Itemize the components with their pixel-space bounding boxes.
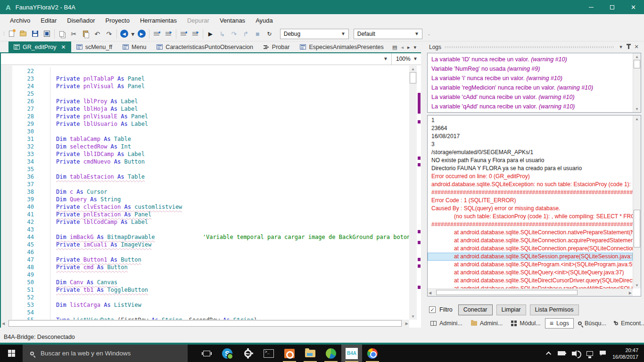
zoom-select[interactable]: 100% ▼ xyxy=(392,53,421,65)
tab-CaracteristicasPuntoObservacion[interactable]: CaracteristicasPuntoObservacion xyxy=(151,41,258,52)
cut-button[interactable]: ✂ xyxy=(68,28,80,40)
log-row[interactable]: at android.database.sqlite.SQLiteQuery.<… xyxy=(428,269,633,277)
log-row[interactable]: at android.database.sqlite.SQLiteConnect… xyxy=(428,245,633,253)
log-row[interactable]: Caused By : SQL(query) error or missing … xyxy=(428,205,633,213)
skype-button[interactable]: S xyxy=(217,345,238,362)
code-line[interactable]: 46 xyxy=(1,248,409,256)
outlook-button[interactable] xyxy=(279,345,300,362)
tab-scMenu_ff[interactable]: scMenu_ff xyxy=(71,41,117,52)
panel-tab-logs[interactable]: ≡Logs xyxy=(545,318,574,329)
code-line[interactable]: 33Private lblIDCamp As Label xyxy=(1,150,409,158)
navigate-forward-button[interactable]: ▶ xyxy=(136,28,148,40)
settings-button[interactable] xyxy=(238,345,258,362)
tab-EspeciesAnimalesPresentes[interactable]: EspeciesAnimalesPresentes xyxy=(295,41,388,52)
code-line[interactable]: 53Dim listCarga As ListView xyxy=(1,301,409,309)
warning-row[interactable]: Variable 'NumReg' no usada (warning #9) xyxy=(428,64,633,74)
log-row-selected[interactable]: at android.database.sqlite.SQLiteSession… xyxy=(428,253,633,261)
scroll-up-icon[interactable]: ▲ xyxy=(633,115,641,122)
warning-marker[interactable] xyxy=(418,163,421,166)
save-button[interactable] xyxy=(29,28,41,40)
tab-scroll-right-button[interactable]: ▸ xyxy=(407,44,410,50)
pin-icon[interactable] xyxy=(628,45,629,49)
log-row[interactable]: (no such table: EstacionProy (code 1): ,… xyxy=(428,213,633,221)
minimize-button[interactable] xyxy=(580,0,602,14)
menu-item-proyecto[interactable]: Proyecto xyxy=(100,17,135,24)
log-row[interactable]: Error Code : 1 (SQLITE_ERROR) xyxy=(428,197,633,205)
code-line[interactable]: 39Dim Query As String xyxy=(1,196,409,203)
code-line[interactable]: 37 xyxy=(1,181,409,188)
warning-marker[interactable] xyxy=(418,241,421,244)
code-line[interactable]: 54 xyxy=(1,309,409,316)
warning-row[interactable]: La variable 'regMedicion' nunca recibe u… xyxy=(428,83,633,92)
warning-marker[interactable] xyxy=(418,93,421,114)
code-line[interactable]: 42Private lblCodCamp As Label xyxy=(1,218,409,226)
pause-button[interactable]: ■ xyxy=(252,28,264,40)
panel-close-icon[interactable]: ✕ xyxy=(633,44,640,50)
log-row[interactable]: at android.database.sqlite.SQLiteConnect… xyxy=(428,237,633,245)
start-button[interactable] xyxy=(0,345,23,362)
navigate-back-button[interactable]: ◀ xyxy=(118,28,130,40)
emulator-app-button[interactable] xyxy=(321,345,341,362)
indent-button[interactable]: ► xyxy=(190,28,201,40)
log-row[interactable]: ########################################… xyxy=(428,189,633,197)
tab-scroll-left-button[interactable]: ◂ xyxy=(401,44,404,50)
network-icon[interactable] xyxy=(586,351,593,356)
undo-button[interactable]: ↶ xyxy=(91,28,103,40)
log-row[interactable]: at android.database.sqlite.SQLiteDatabas… xyxy=(428,285,633,288)
scroll-down-icon[interactable]: ▼ xyxy=(633,282,641,288)
paste-button[interactable] xyxy=(80,28,91,40)
menu-item-editar[interactable]: Editar xyxy=(35,17,62,24)
warning-marker[interactable] xyxy=(418,156,421,160)
step-into-button[interactable]: ↳ xyxy=(216,28,228,40)
open-project-button[interactable] xyxy=(17,28,29,40)
warnings-scrollbar[interactable]: ▲ ▼ xyxy=(633,53,641,112)
code-line[interactable]: 26Private lblProy As Label xyxy=(1,98,409,105)
back-dropdown-button[interactable]: ▾ xyxy=(130,28,136,40)
save-all-button[interactable] xyxy=(41,28,53,40)
warning-marker[interactable] xyxy=(418,264,421,268)
panel-tab-admini[interactable]: Admini... xyxy=(426,319,467,328)
code-line[interactable]: 44Dim imBackG As BitmapDrawable 'Variabl… xyxy=(1,233,409,241)
log-row[interactable]: 23664 xyxy=(428,124,633,132)
menu-item-archivo[interactable]: Archivo xyxy=(5,17,35,24)
close-button[interactable]: ✕ xyxy=(623,0,644,14)
volume-icon[interactable] xyxy=(572,352,575,355)
scroll-down-icon[interactable]: ▼ xyxy=(409,313,417,320)
code-line[interactable]: 41Private pnlEstacion As Panel xyxy=(1,211,409,218)
log-row[interactable]: at android.database.sqlite.SQLiteConnect… xyxy=(428,229,633,237)
tab-close-icon[interactable]: ✕ xyxy=(61,44,66,50)
code-area[interactable]: 2223Private pnlTablaP As Panel24Private … xyxy=(1,66,409,320)
panel-tab-emcont[interactable]: Emcont... xyxy=(611,319,644,328)
code-line[interactable]: 45Private imCuali As ImageView xyxy=(1,241,409,248)
new-file-button[interactable] xyxy=(6,28,17,40)
warning-marker[interactable] xyxy=(418,120,421,123)
code-line[interactable]: 48Private cmd As Button xyxy=(1,263,409,271)
chrome-button[interactable] xyxy=(362,345,383,362)
code-line[interactable]: 30 xyxy=(1,128,409,135)
code-line[interactable]: 43 xyxy=(1,226,409,233)
log-row[interactable]: at android.database.sqlite.SQLiteDirectC… xyxy=(428,277,633,285)
file-explorer-button[interactable] xyxy=(300,345,321,362)
panel-tab-admini[interactable]: Admini... xyxy=(467,319,507,328)
b4a-taskbar-button[interactable]: B4A xyxy=(341,345,362,362)
build-config-select[interactable]: Default▼ xyxy=(354,29,422,39)
menu-item-ventanas[interactable]: Ventanas xyxy=(215,17,250,24)
task-view-button[interactable] xyxy=(196,345,217,362)
log-row[interactable]: NO existe path Fauna y Flora para el usu… xyxy=(428,156,633,165)
log-row[interactable]: 16/08/2017 xyxy=(428,132,633,140)
code-line[interactable]: 25 xyxy=(1,90,409,98)
restart-button[interactable]: ↻ xyxy=(264,28,275,40)
warning-row[interactable]: La variable 'i' nunca recibe un valor. (… xyxy=(428,74,633,83)
menu-item-ayuda[interactable]: Ayuda xyxy=(250,17,278,24)
code-line[interactable]: 32Dim selectedRow As Int xyxy=(1,143,409,150)
warning-row[interactable]: La variable 'qAdd' nunca recibe un valor… xyxy=(428,102,633,111)
scroll-left-icon[interactable]: ◀ xyxy=(429,289,431,297)
warning-row[interactable]: La variable 'cAdd' nunca recibe un valor… xyxy=(428,92,633,102)
code-line[interactable]: 40Private clvEstacion As customlistview xyxy=(1,203,409,211)
code-line[interactable]: 49 xyxy=(1,271,409,279)
maximize-button[interactable] xyxy=(602,0,623,14)
code-line[interactable]: 29Private lblUsuario As Label xyxy=(1,120,409,128)
code-line[interactable]: 47Private Button1 As Button xyxy=(1,256,409,263)
log-row[interactable]: at android.database.sqlite.SQLiteProgram… xyxy=(428,261,633,269)
warning-marker[interactable] xyxy=(418,258,421,261)
